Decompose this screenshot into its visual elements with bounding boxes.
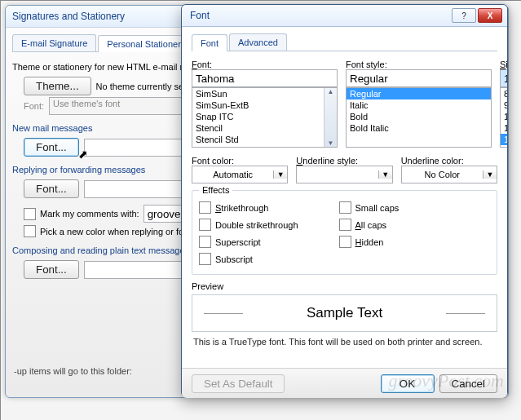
- font-size-column: Size: 8 9 10 11 12 ▲▼: [500, 60, 507, 148]
- underline-color-value: No Color: [402, 170, 483, 179]
- list-item[interactable]: Regular: [347, 88, 491, 99]
- list-item[interactable]: 8: [501, 88, 507, 99]
- all-caps-checkbox[interactable]: [339, 219, 351, 231]
- list-item[interactable]: Italic: [347, 99, 491, 111]
- font-style-label: Font style:: [346, 60, 492, 69]
- close-icon: X: [488, 11, 493, 20]
- hidden-checkbox[interactable]: [339, 236, 351, 248]
- help-icon: ?: [461, 11, 466, 20]
- double-strikethrough-label: Double strikethrough: [215, 220, 298, 230]
- underline-style-combo[interactable]: ▼: [296, 166, 392, 183]
- truetype-note: This is a TrueType font. This font will …: [193, 337, 496, 347]
- plain-font-button[interactable]: Font...: [24, 260, 79, 279]
- plain-sample: [84, 261, 190, 279]
- subscript-label: Subscript: [215, 254, 253, 264]
- help-button[interactable]: ?: [452, 8, 476, 23]
- list-item[interactable]: Bold Italic: [347, 122, 491, 134]
- list-item[interactable]: 10: [501, 111, 507, 122]
- ok-button[interactable]: OK: [381, 374, 435, 393]
- pick-color-checkbox[interactable]: [24, 225, 36, 237]
- strikethrough-label: Strikethrough: [215, 203, 268, 213]
- font-theme-field: Use theme's font: [49, 97, 188, 115]
- underline-style-label: Underline style:: [296, 156, 392, 166]
- font-label: Font:: [192, 60, 338, 69]
- chevron-down-icon: ▼: [483, 170, 497, 179]
- list-item[interactable]: Stencil Std: [192, 134, 324, 145]
- chevron-down-icon: ▼: [378, 170, 392, 179]
- double-strikethrough-checkbox[interactable]: [199, 219, 211, 231]
- underline-color-label: Underline color:: [401, 156, 497, 166]
- list-item[interactable]: 12: [501, 134, 507, 145]
- set-as-default-button: Set As Default: [192, 374, 285, 393]
- list-item[interactable]: SimSun: [192, 88, 324, 99]
- tab-personal-stationery[interactable]: Personal Stationery: [98, 35, 194, 52]
- new-mail-font-button[interactable]: Font...: [24, 138, 79, 157]
- font-name-input[interactable]: [192, 69, 338, 87]
- font-size-label: Size:: [500, 60, 507, 69]
- followup-folder-label: -up items will go to this folder:: [14, 366, 132, 376]
- font-color-label: Font color:: [192, 156, 288, 166]
- reply-font-button[interactable]: Font...: [24, 179, 79, 198]
- font-color-combo[interactable]: Automatic ▼: [192, 166, 288, 183]
- font-title: Font: [182, 10, 452, 21]
- superscript-label: Superscript: [215, 237, 261, 247]
- screenshot-root: Signatures and Stationery E-mail Signatu…: [0, 0, 521, 420]
- font-top-columns: Font: SimSun SimSun-ExtB Snap ITC Stenci…: [192, 60, 497, 148]
- font-style-list[interactable]: Regular Italic Bold Bold Italic: [346, 87, 492, 148]
- small-caps-label: Small caps: [355, 203, 400, 213]
- sig-title: Signatures and Stationery: [12, 11, 125, 22]
- font-label: Font:: [24, 101, 44, 111]
- small-caps-checkbox[interactable]: [339, 201, 351, 214]
- font-color-row: Font color: Automatic ▼ Underline style:…: [192, 156, 497, 183]
- list-item[interactable]: Stencil: [192, 122, 324, 134]
- font-list-scrollbar[interactable]: ▲▼: [324, 88, 337, 147]
- font-tabs: Font Advanced: [192, 33, 497, 51]
- font-column: Font: SimSun SimSun-ExtB Snap ITC Stenci…: [192, 60, 338, 148]
- font-footer: Set As Default OK Cancel: [182, 368, 507, 398]
- close-button[interactable]: X: [478, 8, 502, 23]
- font-window-controls: ? X: [452, 8, 507, 23]
- mark-comments-checkbox[interactable]: [24, 208, 36, 220]
- font-body: Font Advanced Font: SimSun SimSun-ExtB S…: [182, 27, 507, 368]
- underline-color-combo[interactable]: No Color ▼: [401, 166, 497, 183]
- preview-box: Sample Text: [192, 294, 497, 332]
- mark-comments-label: Mark my comments with:: [40, 209, 139, 219]
- font-size-list[interactable]: 8 9 10 11 12 ▲▼: [500, 87, 507, 148]
- list-item[interactable]: SimSun-ExtB: [192, 99, 324, 111]
- preview-label: Preview: [192, 281, 223, 291]
- cancel-button[interactable]: Cancel: [439, 374, 498, 393]
- font-dialog-window: Font ? X Font Advanced Font: SimSun Sim: [181, 4, 508, 397]
- superscript-checkbox[interactable]: [199, 236, 211, 248]
- chevron-down-icon: ▼: [273, 170, 287, 179]
- list-item[interactable]: Snap ITC: [192, 111, 324, 122]
- list-item[interactable]: 9: [501, 99, 507, 111]
- font-style-input[interactable]: [346, 69, 492, 87]
- preview-section: Preview Sample Text This is a TrueType f…: [192, 281, 497, 347]
- all-caps-label: All caps: [355, 220, 387, 230]
- hidden-label: Hidden: [355, 237, 384, 247]
- new-mail-sample: [84, 139, 190, 157]
- strikethrough-checkbox[interactable]: [199, 201, 211, 214]
- font-titlebar: Font ? X: [182, 5, 507, 27]
- theme-button[interactable]: Theme...: [24, 77, 91, 95]
- effects-group: Effects Strikethrough Double strikethrou…: [192, 190, 497, 275]
- effects-legend: Effects: [199, 185, 232, 195]
- tab-font[interactable]: Font: [192, 34, 227, 51]
- font-list[interactable]: SimSun SimSun-ExtB Snap ITC Stencil Sten…: [192, 87, 338, 148]
- font-color-value: Automatic: [192, 170, 273, 179]
- font-style-column: Font style: Regular Italic Bold Bold Ita…: [346, 60, 492, 148]
- tab-email-signature[interactable]: E-mail Signature: [12, 34, 96, 51]
- list-item[interactable]: 11: [501, 122, 507, 134]
- reply-sample: [84, 180, 190, 198]
- subscript-checkbox[interactable]: [199, 253, 211, 265]
- font-size-input[interactable]: [500, 69, 507, 87]
- preview-text: Sample Text: [307, 305, 382, 321]
- list-item[interactable]: Bold: [347, 111, 491, 122]
- tab-advanced[interactable]: Advanced: [229, 33, 287, 51]
